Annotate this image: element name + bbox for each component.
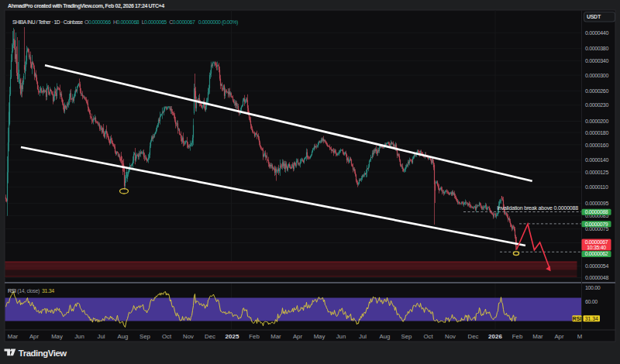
svg-text:0.0000079: 0.0000079 <box>585 221 608 227</box>
svg-text:0.0000095: 0.0000095 <box>585 201 608 206</box>
svg-text:Nov: Nov <box>183 333 194 340</box>
svg-text:May: May <box>51 333 63 340</box>
svg-text:Apr: Apr <box>29 333 40 340</box>
svg-text:Sep: Sep <box>140 333 151 340</box>
svg-text:0.0000110: 0.0000110 <box>585 184 608 190</box>
svg-text:Aug: Aug <box>118 333 129 340</box>
svg-text:SHIBA INU / Tether · 1D · Coin: SHIBA INU / Tether · 1D · Coinbase <box>12 19 83 25</box>
svg-text:Jul: Jul <box>98 333 105 340</box>
svg-text:Jun: Jun <box>336 333 346 340</box>
svg-text:TradingView: TradingView <box>19 349 67 358</box>
svg-text:May: May <box>314 333 326 340</box>
svg-text:Dec: Dec <box>468 333 479 340</box>
svg-text:0.0000140: 0.0000140 <box>585 157 608 163</box>
svg-text:Mar: Mar <box>8 333 19 340</box>
svg-text:0.0000180: 0.0000180 <box>585 130 608 136</box>
svg-text:0.0000300: 0.0000300 <box>585 73 608 78</box>
svg-text:Oct: Oct <box>423 333 433 340</box>
svg-text:Mar: Mar <box>270 333 281 340</box>
svg-text:2025: 2025 <box>226 333 239 340</box>
svg-text:0.0000260: 0.0000260 <box>585 88 608 94</box>
svg-text:Oct: Oct <box>162 333 172 340</box>
svg-text:RSI: RSI <box>573 316 581 321</box>
svg-text:Feb: Feb <box>512 333 523 340</box>
svg-text:31.34: 31.34 <box>585 316 598 321</box>
svg-text:10:35:40: 10:35:40 <box>587 245 606 250</box>
svg-text:0.0000054: 0.0000054 <box>585 263 608 269</box>
svg-text:0.0000200: 0.0000200 <box>585 118 608 124</box>
svg-text:0.0000062: 0.0000062 <box>585 251 608 256</box>
svg-text:Nov: Nov <box>445 333 456 340</box>
svg-text:Feb: Feb <box>249 333 260 340</box>
svg-text:Jul: Jul <box>359 333 367 340</box>
svg-text:0.0000230: 0.0000230 <box>585 102 608 108</box>
svg-text:USDT: USDT <box>587 14 601 19</box>
svg-text:AhmadPro created with TradingV: AhmadPro created with TradingView.com, F… <box>8 3 164 9</box>
svg-text:0.0000340: 0.0000340 <box>585 58 608 64</box>
svg-text:Invalidation break above 0.000: Invalidation break above 0.0000088 <box>497 205 578 211</box>
svg-text:60.00: 60.00 <box>585 299 598 304</box>
svg-text:O0.0000066H0.0000068L0.0000065: O0.0000066H0.0000068L0.0000065C0.0000067… <box>84 19 238 26</box>
svg-text:100.00: 100.00 <box>585 285 601 290</box>
svg-text:Aug: Aug <box>380 333 391 340</box>
svg-text:Sep: Sep <box>401 333 413 340</box>
svg-text:Mar: Mar <box>532 333 543 340</box>
svg-text:0.0000380: 0.0000380 <box>585 46 608 51</box>
svg-text:0.0000125: 0.0000125 <box>585 170 608 175</box>
svg-text:0.0000088: 0.0000088 <box>585 209 608 215</box>
svg-text:RSI (14, close)31.34: RSI (14, close)31.34 <box>8 288 54 294</box>
svg-text:0.0000048: 0.0000048 <box>585 275 608 280</box>
svg-text:Apr: Apr <box>554 333 564 340</box>
svg-text:M: M <box>577 333 583 340</box>
svg-text:2026: 2026 <box>488 333 502 340</box>
svg-text:0.0000440: 0.0000440 <box>585 30 608 36</box>
svg-text:Jun: Jun <box>74 333 84 340</box>
svg-text:Apr: Apr <box>293 333 303 340</box>
svg-text:Dec: Dec <box>205 333 215 340</box>
svg-text:0.0000160: 0.0000160 <box>585 143 608 148</box>
